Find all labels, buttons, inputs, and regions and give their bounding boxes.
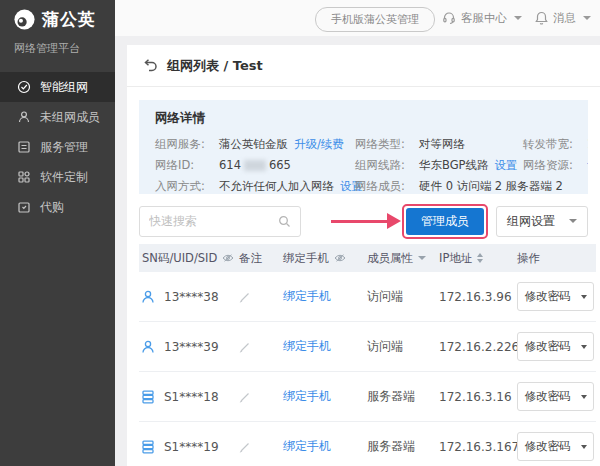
member-type: 服务器端	[367, 388, 439, 405]
member-ip: 172.16.3.16	[439, 390, 517, 404]
sidebar-item-label: 智能组网	[40, 79, 88, 96]
details-title: 网络详情	[155, 110, 572, 127]
headset-icon	[442, 11, 456, 25]
sidebar-item-label: 服务管理	[40, 139, 88, 156]
server-icon	[140, 439, 156, 455]
member-ip: 172.16.2.226	[439, 340, 517, 354]
network-settings-dropdown[interactable]: 组网设置	[496, 206, 588, 237]
breadcrumb: 组网列表 / Test	[127, 45, 600, 87]
members-table: SN码/UID/SID 备注 绑定手机 成员属性	[139, 244, 596, 466]
messages-label: 消息	[553, 11, 576, 26]
eye-off-icon[interactable]	[222, 253, 234, 263]
sidebar-item-unnetworked-members[interactable]: 未组网成员	[0, 102, 115, 132]
annotation-arrow	[331, 213, 401, 229]
service-center-menu[interactable]: 客服中心	[442, 0, 522, 36]
bind-phone-link[interactable]: 绑定手机	[283, 289, 331, 303]
sidebar-item-purchasing[interactable]: 代购	[0, 192, 115, 222]
sidebar-item-service-management[interactable]: 服务管理	[0, 132, 115, 162]
annotation-highlight-box: 管理成员	[402, 204, 488, 239]
field-network-type: 网络类型: 对等网络	[355, 134, 523, 155]
member-type: 访问端	[367, 338, 439, 355]
member-sn: 13****38	[164, 290, 219, 304]
messages-menu[interactable]: 消息	[535, 0, 591, 36]
logo: 蒲公英	[0, 0, 115, 31]
eye-off-icon[interactable]	[334, 253, 346, 263]
table-header: SN码/UID/SID 备注 绑定手机 成员属性	[139, 244, 596, 272]
mobile-manage-button[interactable]: 手机版蒲公英管理	[315, 7, 435, 32]
chevron-down-icon	[581, 395, 587, 399]
field-network-members: 网络成员: 硬件 0 访问端 2 服务器端 2	[355, 176, 523, 194]
bind-phone-link[interactable]: 绑定手机	[283, 389, 331, 403]
chevron-down-icon	[581, 295, 587, 299]
dandelion-logo-icon	[13, 8, 36, 31]
sidebar-item-software-customization[interactable]: 软件定制	[0, 162, 115, 192]
member-sn: S1****18	[164, 390, 219, 404]
table-row: S1****18 绑定手机 服务器端 172.16.3.16 修改密码	[139, 372, 596, 422]
member-type: 访问端	[367, 288, 439, 305]
filter-caret-icon	[418, 256, 426, 260]
platform-label: 网络管理平台	[0, 31, 115, 56]
back-icon[interactable]	[142, 58, 158, 73]
sidebar-item-smart-networking[interactable]: 智能组网	[0, 72, 115, 102]
server-icon	[140, 389, 156, 405]
member-sn: 13****39	[164, 340, 219, 354]
user-icon	[140, 289, 156, 305]
chevron-down-icon	[583, 16, 591, 20]
header-sn: SN码/UID/SID	[139, 251, 239, 266]
bind-phone-link[interactable]: 绑定手机	[283, 439, 331, 453]
sidebar-item-label: 软件定制	[40, 169, 88, 186]
header-remark: 备注	[239, 251, 283, 266]
chevron-down-icon	[514, 16, 522, 20]
search-box	[139, 206, 301, 237]
logo-text: 蒲公英	[42, 8, 96, 31]
upgrade-renew-link[interactable]: 升级/续费	[294, 134, 344, 155]
header-bind-phone: 绑定手机	[283, 251, 367, 266]
field-network-id: 网络ID: 614665	[155, 155, 355, 176]
member-ip: 172.16.3.96	[439, 290, 517, 304]
list-document-icon	[17, 140, 31, 154]
chevron-down-icon	[581, 445, 587, 449]
toolbar: 管理成员 组网设置	[139, 204, 588, 238]
change-password-dropdown[interactable]: 修改密码	[517, 432, 594, 461]
edit-remark-icon[interactable]	[239, 341, 283, 353]
edit-remark-icon[interactable]	[239, 291, 283, 303]
user-icon	[140, 339, 156, 355]
member-ip: 172.16.3.167	[439, 440, 517, 454]
field-join-method: 入网方式: 不允许任何人加入网络 设置	[155, 176, 355, 194]
sort-icon	[477, 253, 483, 263]
sidebar: 蒲公英 网络管理平台 智能组网 未组网成员	[0, 0, 115, 466]
search-input[interactable]	[149, 214, 278, 228]
change-password-dropdown[interactable]: 修改密码	[517, 282, 594, 311]
chevron-down-icon	[581, 345, 587, 349]
change-password-dropdown[interactable]: 修改密码	[517, 332, 594, 361]
table-row: 13****39 绑定手机 访问端 172.16.2.226 修改密码	[139, 322, 596, 372]
manage-members-button[interactable]: 管理成员	[406, 208, 484, 235]
topbar: 手机版蒲公英管理 客服中心 消息	[115, 0, 600, 36]
change-password-dropdown[interactable]: 修改密码	[517, 382, 594, 411]
header-member-type[interactable]: 成员属性	[367, 251, 439, 266]
field-forward-bandwidth: 转发带宽: 12M 设置	[523, 134, 588, 155]
chevron-down-icon	[569, 219, 577, 223]
network-details-panel: 网络详情 组网服务: 蒲公英铂金版 升级/续费 网络ID: 614665 入网方…	[139, 100, 588, 194]
member-sn: S1****19	[164, 440, 219, 454]
header-ip[interactable]: IP地址	[439, 251, 517, 266]
sidebar-item-label: 代购	[40, 199, 64, 216]
box-icon	[17, 200, 31, 214]
bind-phone-link[interactable]: 绑定手机	[283, 339, 331, 353]
search-icon[interactable]	[278, 215, 291, 228]
person-icon	[17, 110, 31, 124]
line-settings-link[interactable]: 设置	[495, 155, 518, 176]
sidebar-item-label: 未组网成员	[40, 109, 100, 126]
edit-remark-icon[interactable]	[239, 391, 283, 403]
page-title: 组网列表 / Test	[167, 57, 263, 75]
table-row: S1****19 绑定手机 服务器端 172.16.3.167 修改密码	[139, 422, 596, 466]
service-center-label: 客服中心	[461, 11, 507, 26]
edit-remark-icon[interactable]	[239, 441, 283, 453]
member-type: 服务器端	[367, 438, 439, 455]
field-network-service: 组网服务: 蒲公英铂金版 升级/续费	[155, 134, 355, 155]
grid-icon	[17, 170, 31, 184]
masked-id-blur	[244, 160, 266, 171]
field-network-resources: 网络资源: 设置	[523, 155, 588, 176]
header-actions: 操作	[517, 251, 596, 266]
resources-settings-link[interactable]: 设置	[587, 155, 588, 176]
